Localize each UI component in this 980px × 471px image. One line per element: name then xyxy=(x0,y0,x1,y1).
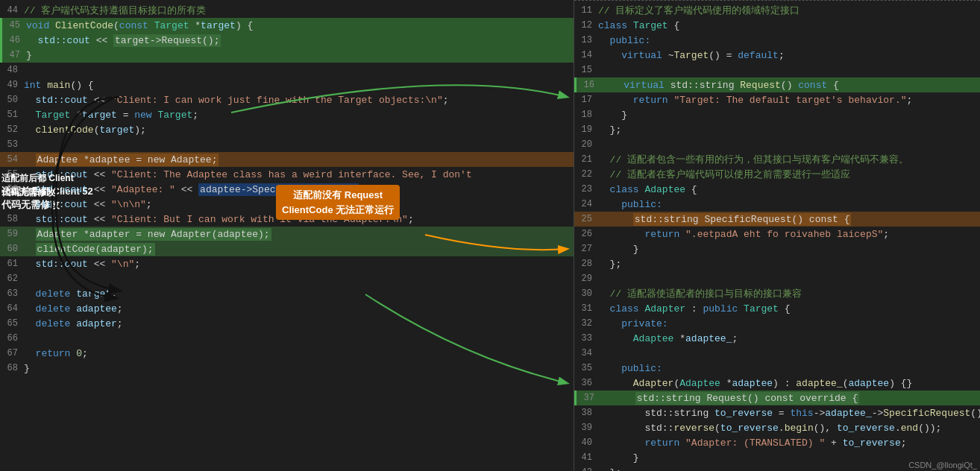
code-line-r26: 26 return ".eetpadA eht fo roivaheb laic… xyxy=(574,227,980,241)
left-annotation: 适配前后都 Client代码无需修改 xyxy=(1,171,74,200)
code-line-49: 49 int main() { xyxy=(0,78,574,92)
code-line-r40: 40 return "Adapter: (TRANSLATED) " + to_… xyxy=(574,435,980,450)
code-line-r36: 36 Adapter(Adaptee *adaptee) : adaptee_(… xyxy=(574,376,980,391)
code-line-r12: 12 class Target { xyxy=(574,18,980,33)
code-line-r14: 14 virtual ~Target() = default; xyxy=(574,48,980,63)
code-line-r16: ▶ 16 virtual std::string Request() const… xyxy=(574,78,980,92)
left-code-panel: 适配前后都 Client 52 代码无需修改 44 // 客户端代码支持遵循目标… xyxy=(0,0,574,471)
code-line-r20: 20 xyxy=(574,137,980,152)
code-line-r34: 34 xyxy=(574,346,980,361)
code-line-51: 51 Target *target = new Target; xyxy=(0,107,574,122)
code-line-r13: 13 public: xyxy=(574,33,980,48)
code-line-r29: 29 xyxy=(574,271,980,286)
main-container: 适配前后都 Client 52 代码无需修改 44 // 客户端代码支持遵循目标… xyxy=(0,0,980,471)
code-line-r27: 27 } xyxy=(574,241,980,256)
code-line-r25: ▶ 25 std::string SpecificRequest() const… xyxy=(574,212,980,227)
code-line-63: 63 delete target; xyxy=(0,286,574,301)
code-line-61: 61 std::cout << "\n"; xyxy=(0,256,574,271)
code-line-50: 50 std::cout << "Client: I can work just… xyxy=(0,92,574,107)
code-line-53: 53 xyxy=(0,137,574,152)
code-line-r24: 24 public: xyxy=(574,197,980,212)
code-line-68: 68 } xyxy=(0,361,574,376)
code-line-45: 45 void ClientCode(const Target *target)… xyxy=(0,18,574,33)
code-line-r37: ▶ 37 std::string Request() const overrid… xyxy=(574,391,980,405)
code-line-r17: 17 return "Target: The default target's … xyxy=(574,92,980,107)
panel-border xyxy=(574,0,980,1)
code-line-r11: 11 // 目标定义了客户端代码使用的领域特定接口 xyxy=(574,3,980,18)
code-line-46: 46 std::cout << target->Request(); xyxy=(0,33,574,48)
code-line-59: 59 Adapter *adapter = new Adapter(adapte… xyxy=(0,227,574,241)
watermark: CSDN_@llongiQt_ xyxy=(908,461,977,470)
code-line-r28: 28 }; xyxy=(574,256,980,271)
code-line-48: 48 xyxy=(0,63,574,78)
code-line-66: 66 xyxy=(0,331,574,346)
right-code-panel: 11 // 目标定义了客户端代码使用的领域特定接口 12 class Targe… xyxy=(574,0,980,471)
code-line-r21: 21 // 适配者包含一些有用的行为，但其接口与现有客户端代码不兼容。 xyxy=(574,152,980,167)
code-line-r38: 38 std::string to_reverse = this->adapte… xyxy=(574,405,980,420)
code-line-r22: 22 // 适配者在客户端代码可以使用之前需要进行一些适应 xyxy=(574,167,980,182)
code-line-47: 47 } xyxy=(0,48,574,63)
code-line-r32: 32 private: xyxy=(574,316,980,331)
code-line-62: 62 xyxy=(0,271,574,286)
code-line-r18: 18 } xyxy=(574,107,980,122)
code-line-52: 52 clientCode(target); xyxy=(0,122,574,137)
code-line-55: 55 std::cout << "Client: The Adaptee cla… xyxy=(0,167,574,182)
code-line-r30: 30 // 适配器使适配者的接口与目标的接口兼容 xyxy=(574,286,980,301)
code-line-65: 65 delete adapter; xyxy=(0,316,574,331)
code-line-r15: 15 xyxy=(574,63,980,78)
annotation-orange-box: 适配前没有 RequestClientCode 无法正常运行 xyxy=(276,185,400,220)
code-line-r33: 33 Adaptee *adaptee_; xyxy=(574,331,980,346)
code-line-r23: 23 class Adaptee { xyxy=(574,182,980,197)
code-line-67: 67 return 0; xyxy=(0,346,574,361)
code-line-54: 54 Adaptee *adaptee = new Adaptee; xyxy=(0,152,574,167)
code-line-r35: 35 public: xyxy=(574,361,980,376)
code-line-r19: 19 }; xyxy=(574,122,980,137)
code-line-r39: 39 std::reverse(to_reverse.begin(), to_r… xyxy=(574,420,980,435)
code-line-44: 44 // 客户端代码支持遵循目标接口的所有类 xyxy=(0,3,574,18)
code-line-r31: 31 class Adapter : public Target { xyxy=(574,301,980,316)
code-line-60: 60 clientCode(adapter); xyxy=(0,241,574,256)
code-line-64: 64 delete adaptee; xyxy=(0,301,574,316)
